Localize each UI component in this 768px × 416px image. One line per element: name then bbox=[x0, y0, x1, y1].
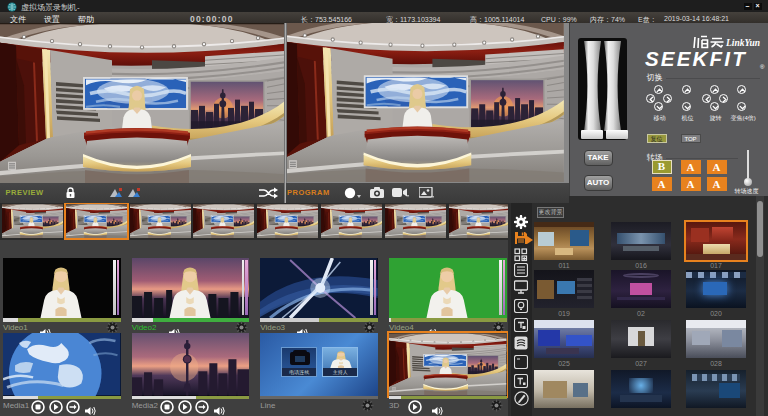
svg-text:SEEKFIT: SEEKFIT bbox=[645, 47, 747, 70]
svg-text:®: ® bbox=[760, 64, 765, 70]
